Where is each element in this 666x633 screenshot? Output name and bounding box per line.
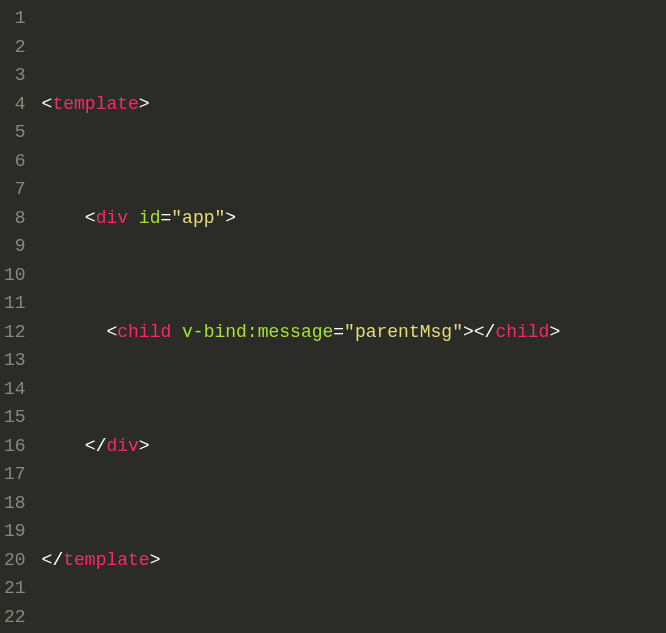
line-number: 8 <box>4 204 26 233</box>
line-number: 17 <box>4 460 26 489</box>
line-number: 4 <box>4 90 26 119</box>
line-number: 15 <box>4 403 26 432</box>
line-number: 10 <box>4 261 26 290</box>
line-number: 13 <box>4 346 26 375</box>
code-line: <template> <box>34 90 666 119</box>
line-number: 1 <box>4 4 26 33</box>
code-line: </template> <box>34 546 666 575</box>
line-number: 21 <box>4 574 26 603</box>
line-number: 7 <box>4 175 26 204</box>
line-number: 2 <box>4 33 26 62</box>
line-number: 3 <box>4 61 26 90</box>
line-number: 11 <box>4 289 26 318</box>
line-number: 22 <box>4 603 26 632</box>
line-number: 5 <box>4 118 26 147</box>
code-line: <div id="app"> <box>34 204 666 233</box>
code-area[interactable]: <template> <div id="app"> <child v-bind:… <box>34 0 666 633</box>
line-number: 16 <box>4 432 26 461</box>
code-line: </div> <box>34 432 666 461</box>
line-number: 9 <box>4 232 26 261</box>
line-number: 19 <box>4 517 26 546</box>
line-number: 12 <box>4 318 26 347</box>
line-number: 18 <box>4 489 26 518</box>
line-number: 14 <box>4 375 26 404</box>
code-line: <child v-bind:message="parentMsg"></chil… <box>34 318 666 347</box>
line-number: 6 <box>4 147 26 176</box>
code-editor: 1 2 3 4 5 6 7 8 9 10 11 12 13 14 15 16 1… <box>0 0 666 633</box>
line-number: 20 <box>4 546 26 575</box>
line-gutter: 1 2 3 4 5 6 7 8 9 10 11 12 13 14 15 16 1… <box>0 0 34 633</box>
